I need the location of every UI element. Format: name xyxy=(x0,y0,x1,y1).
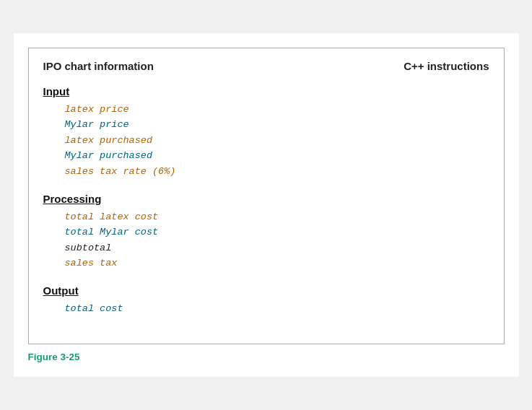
processing-title: Processing xyxy=(43,193,489,205)
list-item: total cost xyxy=(65,301,489,317)
input-section: Input latex price Mylar price latex purc… xyxy=(43,85,489,180)
list-item: total Mylar cost xyxy=(65,224,489,240)
list-item: sales tax rate (6%) xyxy=(65,164,489,180)
list-item: Mylar price xyxy=(65,117,489,133)
input-title: Input xyxy=(43,85,489,97)
output-items: total cost xyxy=(43,301,489,317)
processing-section: Processing total latex cost total Mylar … xyxy=(43,193,489,271)
figure-label: Figure 3-25 xyxy=(28,352,505,362)
list-item: latex purchased xyxy=(65,133,489,149)
output-title: Output xyxy=(43,284,489,297)
input-items: latex price Mylar price latex purchased … xyxy=(43,102,489,180)
processing-items: total latex cost total Mylar cost subtot… xyxy=(43,209,489,271)
card-header: IPO chart information C++ instructions xyxy=(43,60,489,72)
list-item: sales tax xyxy=(65,256,489,271)
list-item: total latex cost xyxy=(65,209,489,225)
header-right: C++ instructions xyxy=(404,60,489,72)
main-card: IPO chart information C++ instructions I… xyxy=(28,48,505,345)
list-item: Mylar purchased xyxy=(65,148,489,164)
output-section: Output total cost xyxy=(43,284,489,317)
list-item: latex price xyxy=(65,102,489,118)
list-item: subtotal xyxy=(65,240,489,256)
page-wrapper: IPO chart information C++ instructions I… xyxy=(14,33,519,378)
header-left: IPO chart information xyxy=(43,60,154,72)
